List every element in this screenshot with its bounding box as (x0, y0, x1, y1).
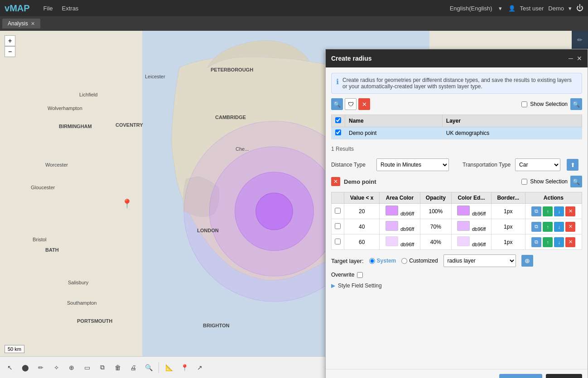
del-row-1-btn[interactable]: ✕ (565, 222, 575, 232)
user-label[interactable]: Test user (520, 5, 544, 12)
shield-selection-icon[interactable]: 🛡 (345, 98, 357, 110)
color-row-0-check[interactable] (335, 208, 341, 214)
color-row-1-color-ed[interactable]: db96ff (452, 219, 492, 234)
table-row[interactable]: Demo point UK demographics (332, 127, 582, 139)
transport-action-btn[interactable]: ⬆ (567, 159, 578, 171)
color-row-2-color-ed[interactable]: db96ff (452, 234, 492, 250)
demo-map-search-btn[interactable]: 🔍 (570, 176, 582, 187)
expand-icon: ▶ (331, 282, 335, 289)
color-swatch-0-area[interactable] (386, 206, 398, 215)
color-row-2-area[interactable]: db96ff (380, 234, 420, 250)
results-count: 1 Results (331, 144, 582, 154)
env-label[interactable]: Demo (548, 5, 564, 12)
draw-line-btn[interactable]: ✏ (34, 361, 47, 374)
color-hex-0-area: db96ff (400, 211, 414, 216)
action-btns-2: ⧉ ↑ ↓ ✕ (528, 237, 579, 247)
main-area: 📍 Lichfield Leicester PETERBOROUGH Wolve… (0, 31, 588, 378)
generate-btn[interactable]: Generate (499, 374, 542, 378)
color-swatch-1-ed[interactable] (457, 221, 470, 231)
copy-btn[interactable]: ⧉ (96, 361, 109, 374)
tab-analysis[interactable]: Analysis ✕ (2, 19, 40, 29)
color-swatch-2-area[interactable] (386, 236, 398, 246)
system-radio-label[interactable]: System (369, 258, 396, 264)
print-btn[interactable]: 🖨 (127, 361, 140, 374)
col-layer-header: Layer (442, 115, 582, 127)
color-row-1-border: 1px (491, 219, 525, 234)
menu-extras[interactable]: Extras (62, 5, 79, 12)
transport-type-select[interactable]: Car Bike Walk (515, 158, 560, 171)
customized-radio[interactable] (401, 258, 407, 264)
dialog-minimize-btn[interactable]: ─ (569, 55, 573, 62)
color-swatch-2-ed[interactable] (457, 236, 470, 246)
draw-point-btn[interactable]: ⬤ (19, 361, 32, 374)
color-row-1-actions: ⧉ ↑ ↓ ✕ (525, 219, 582, 234)
color-swatch-1-area[interactable] (386, 221, 398, 231)
up-row-2-btn[interactable]: ↑ (543, 237, 553, 247)
down-row-2-btn[interactable]: ↓ (554, 237, 564, 247)
layer-select[interactable]: radius layer (443, 254, 516, 267)
rectangle-btn[interactable]: ▭ (81, 361, 93, 374)
draw-freehand-btn[interactable]: ⊕ (65, 361, 78, 374)
search-selection-icon[interactable]: 🔍 (331, 98, 343, 110)
zoom-out-btn[interactable]: − (5, 46, 15, 57)
map-search-btn[interactable]: 🔍 (570, 98, 582, 110)
city-southampton: Southampton (67, 300, 96, 306)
sidebar-draw-icon[interactable]: ✏ (574, 34, 585, 45)
delete-btn[interactable]: 🗑 (111, 361, 124, 374)
color-hex-2-area: db96ff (400, 242, 414, 247)
city-coventry: COVENTRY (116, 122, 143, 128)
dialog-close-btn[interactable]: ✕ (577, 55, 582, 62)
row-layer-cell: UK demographics (442, 127, 582, 139)
style-field-row[interactable]: ▶ Style Field Setting (331, 282, 582, 289)
app-logo: vMAP (5, 3, 30, 14)
city-lichfield: Lichfield (79, 92, 97, 97)
param-row: Distance Type Route in Minutes Route in … (331, 158, 582, 171)
color-row-1-check[interactable] (335, 223, 341, 229)
color-swatch-0-ed[interactable] (457, 206, 470, 215)
color-row-0-color-ed[interactable]: db96ff (452, 204, 492, 219)
color-row-2-check[interactable] (335, 239, 341, 244)
copy-row-1-btn[interactable]: ⧉ (531, 222, 541, 232)
draw-polygon-btn[interactable]: ⟡ (50, 361, 63, 374)
up-row-0-btn[interactable]: ↑ (543, 206, 553, 216)
color-row-0-area[interactable]: db96ff (380, 204, 420, 219)
down-row-0-btn[interactable]: ↓ (554, 206, 564, 216)
cancel-btn[interactable]: Cancel (546, 374, 582, 378)
del-row-0-btn[interactable]: ✕ (565, 206, 575, 216)
tab-close-icon[interactable]: ✕ (31, 21, 35, 27)
dialog-title: Create radius (331, 55, 371, 62)
add-layer-btn[interactable]: ⊕ (521, 255, 533, 267)
distance-type-select[interactable]: Route in Minutes Route in Kilometers Str… (376, 158, 449, 171)
demo-show-selection-checkbox[interactable] (521, 179, 527, 185)
zoom-in-btn[interactable]: + (5, 35, 15, 46)
demo-point-section: ✕ Demo point Show Selection 🔍 (331, 176, 582, 187)
location-btn[interactable]: 📍 (178, 361, 191, 374)
copy-row-0-btn[interactable]: ⧉ (531, 206, 541, 216)
language-selector[interactable]: English(English) (450, 5, 492, 12)
topbar-right: English(English) ▾ 👤 Test user Demo ▾ ⏻ (450, 4, 583, 12)
power-btn[interactable]: ⏻ (576, 4, 583, 12)
share-btn[interactable]: ↗ (193, 361, 206, 374)
search-btn[interactable]: 🔍 (142, 361, 155, 374)
row-checkbox[interactable] (335, 129, 341, 135)
up-row-1-btn[interactable]: ↑ (543, 222, 553, 232)
demo-point-close-btn[interactable]: ✕ (331, 177, 340, 186)
del-row-2-btn[interactable]: ✕ (565, 237, 575, 247)
select-tool-btn[interactable]: ↖ (4, 361, 16, 374)
create-radius-dialog: Create radius ─ ✕ ℹ Create radius for ge… (325, 49, 588, 378)
scale-label: 50 km (8, 346, 21, 352)
overwrite-checkbox[interactable] (357, 272, 363, 278)
down-row-1-btn[interactable]: ↓ (554, 222, 564, 232)
customized-radio-label[interactable]: Customized (401, 258, 438, 264)
select-all-checkbox[interactable] (335, 117, 341, 123)
measure-btn[interactable]: 📐 (163, 361, 175, 374)
map-zoom-controls: + − (5, 35, 15, 57)
menu-file[interactable]: File (43, 5, 53, 12)
system-radio[interactable] (369, 258, 375, 264)
logo-map: MAP (10, 3, 29, 13)
clear-selection-icon[interactable]: ✕ (358, 98, 370, 110)
copy-row-2-btn[interactable]: ⧉ (531, 237, 541, 247)
show-selection-checkbox[interactable] (521, 101, 527, 107)
logo-v: v (5, 3, 10, 13)
color-row-1-area[interactable]: db96ff (380, 219, 420, 234)
